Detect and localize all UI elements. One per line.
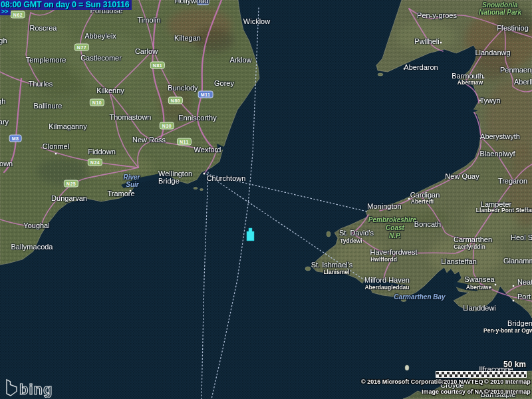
town-dot — [495, 284, 497, 286]
road-badge: M9 — [197, 0, 209, 5]
town-dot — [55, 153, 57, 155]
road-badge: M8 — [9, 135, 22, 142]
bing-logo-text: bing — [19, 381, 52, 398]
town-dot — [513, 300, 515, 302]
sim-clock: 08:00 GMT on day 0 = Sun 310116 — [0, 0, 132, 10]
town-dot — [479, 100, 481, 102]
map-viewport[interactable]: N62M9N77N81M11N80N10M8N30N11N24N25 Holly… — [0, 0, 532, 399]
road-badge: M11 — [198, 91, 213, 98]
road-badge: N11 — [177, 138, 192, 146]
town-dot — [446, 174, 448, 176]
copyright-intermap-1: © 2010 Intermap — [484, 378, 531, 385]
town-dot — [483, 77, 485, 79]
town-dot — [480, 137, 482, 139]
copyright-nasa: Image courtesy of NASA — [422, 388, 491, 395]
town-dot — [408, 198, 410, 200]
road-badge: N80 — [168, 97, 183, 104]
town-dot — [203, 173, 205, 175]
road-badge: N25 — [64, 180, 78, 188]
road-badge: N24 — [88, 159, 102, 166]
road-badge: N10 — [90, 99, 104, 106]
road-badge: N77 — [74, 44, 89, 51]
road-badge: N30 — [160, 122, 174, 130]
town-dot — [440, 42, 442, 44]
town-dot — [216, 151, 218, 153]
copyright-navteq: © 2010 NAVTEQ — [438, 378, 483, 385]
scale-bar — [436, 371, 527, 378]
copyright-intermap-2: © 2010 Intermap — [484, 388, 531, 395]
satellite-map[interactable] — [0, 0, 532, 399]
scale-distance-label: 50 km — [483, 360, 526, 369]
sim-expander-toggle[interactable]: >> — [0, 9, 11, 15]
bing-logo-mark — [7, 380, 17, 396]
bing-logo[interactable]: bing — [4, 376, 52, 398]
town-dot — [130, 190, 132, 192]
town-dot — [404, 68, 406, 70]
road-badge: N81 — [150, 62, 165, 69]
road-badge: N62 — [11, 11, 25, 19]
town-dot — [513, 285, 515, 287]
copyright-microsoft: © 2016 Microsoft Corporation — [361, 378, 445, 385]
